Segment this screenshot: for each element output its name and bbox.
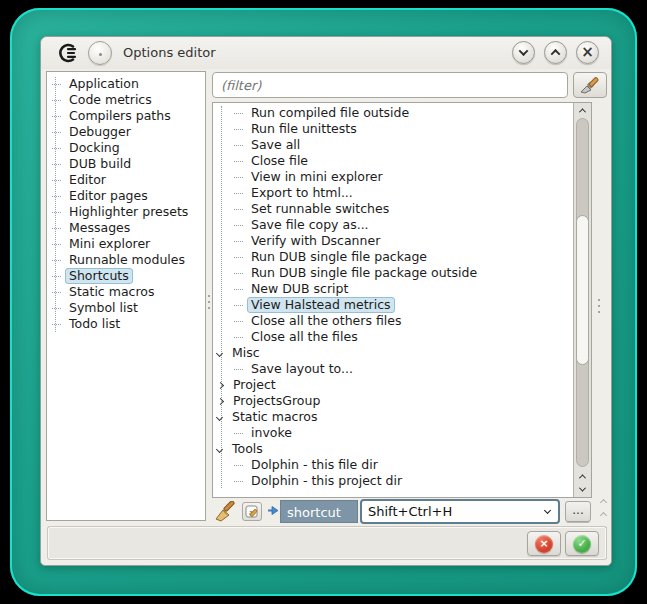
more-button[interactable]: ... [565, 501, 591, 522]
titlebar[interactable]: Options editor × [41, 37, 611, 69]
sidebar-item[interactable]: Application [47, 76, 205, 92]
tree-item[interactable]: Project [213, 377, 573, 393]
app-logo-icon [58, 43, 80, 63]
tree-line [234, 305, 243, 306]
expand-icon[interactable] [217, 397, 224, 404]
tree-line [234, 465, 243, 466]
tree-item[interactable]: View in mini explorer [213, 169, 573, 185]
scroll-down-button[interactable] [574, 482, 591, 496]
vertical-splitter[interactable] [207, 295, 211, 309]
sidebar-item[interactable]: Debugger [47, 124, 205, 140]
sidebar-item[interactable]: Editor [47, 172, 205, 188]
property-name-cell[interactable]: shortcut [280, 500, 358, 523]
tree-item-label: Set runnable switches [247, 201, 393, 217]
tree-line [234, 145, 243, 146]
close-icon: × [581, 45, 594, 60]
window-menu-button[interactable] [88, 41, 112, 65]
tree-item[interactable]: Dolphin - this file dir [213, 457, 573, 473]
tree-line [234, 129, 243, 130]
tree-item[interactable]: invoke [213, 425, 573, 441]
tree-line [52, 244, 61, 245]
tree-item[interactable]: Close file [213, 153, 573, 169]
ok-button[interactable]: ✓ [565, 531, 599, 556]
collapse-icon[interactable] [216, 445, 223, 452]
tree-item-label: Save all [247, 137, 304, 153]
tree-item[interactable]: Save file copy as... [213, 217, 573, 233]
sidebar-list: ApplicationCode metricsCompilers pathsDe… [47, 76, 205, 332]
tree-line [234, 113, 243, 114]
sidebar-item[interactable]: Messages [47, 220, 205, 236]
sidebar-item-label: Editor pages [65, 188, 152, 204]
sidebar-item[interactable]: Shortcuts [47, 268, 205, 284]
chevron-up-icon [551, 49, 561, 59]
tree-item[interactable]: Verify with Dscanner [213, 233, 573, 249]
right-splitter[interactable] [597, 299, 601, 313]
tree-item-label: invoke [247, 425, 296, 441]
tree-item[interactable]: Export to html... [213, 185, 573, 201]
scroll-up-button[interactable] [574, 103, 591, 117]
shortcut-value: Shift+Ctrl+H [368, 504, 452, 519]
tree-item-label: View Halstead metrics [247, 297, 395, 313]
edit-value-button[interactable]: a [242, 502, 262, 521]
sidebar-item-label: Docking [65, 140, 124, 156]
sidebar-item[interactable]: Compilers paths [47, 108, 205, 124]
tree-item[interactable]: Run file unittests [213, 121, 573, 137]
tree-item[interactable]: Run DUB single file package [213, 249, 573, 265]
tree-item[interactable]: Tools [213, 441, 573, 457]
tree-line [52, 212, 61, 213]
tree-item[interactable]: Set runnable switches [213, 201, 573, 217]
scroll-up-button-2[interactable] [574, 469, 591, 483]
chevron-down-icon [544, 507, 551, 514]
tree-rows: Run compiled file outsideRun file unitte… [213, 105, 573, 489]
tree-item[interactable]: Close all the files [213, 329, 573, 345]
tree-item[interactable]: Save layout to... [213, 361, 573, 377]
tree-item-label: Dolphin - this project dir [247, 473, 406, 489]
collapse-icon[interactable] [216, 413, 223, 420]
tree-line [52, 196, 61, 197]
sidebar-item[interactable]: Editor pages [47, 188, 205, 204]
broom-icon[interactable] [214, 501, 238, 522]
unshade-button[interactable] [544, 41, 567, 64]
tree-item[interactable]: Run compiled file outside [213, 105, 573, 121]
clear-filter-button[interactable] [573, 72, 607, 98]
sidebar-item[interactable]: Todo list [47, 316, 205, 332]
tree-item[interactable]: ProjectsGroup [213, 393, 573, 409]
tree-item[interactable]: View Halstead metrics [213, 297, 573, 313]
tree-item[interactable]: Misc [213, 345, 573, 361]
sidebar-item[interactable]: Symbol list [47, 300, 205, 316]
expand-icon[interactable] [217, 381, 224, 388]
tree-item[interactable]: New DUB script [213, 281, 573, 297]
sidebar-item-label: Editor [65, 172, 110, 188]
tree-item[interactable]: Save all [213, 137, 573, 153]
sidebar-item-label: Static macros [65, 284, 158, 300]
tree-item[interactable]: Dolphin - this project dir [213, 473, 573, 489]
filter-input[interactable] [212, 72, 568, 98]
tree-line [234, 209, 243, 210]
sidebar-item[interactable]: Static macros [47, 284, 205, 300]
shade-button[interactable] [512, 41, 535, 64]
tree-line [52, 148, 61, 149]
sidebar-item[interactable]: Highlighter presets [47, 204, 205, 220]
collapse-icon[interactable] [216, 349, 223, 356]
tree-line [234, 257, 243, 258]
sidebar-item[interactable]: Mini explorer [47, 236, 205, 252]
sidebar-item-label: Compilers paths [65, 108, 175, 124]
tree-item-label: Project [229, 377, 280, 393]
tree-item[interactable]: Run DUB single file package outside [213, 265, 573, 281]
tree-scrollbar[interactable] [573, 103, 591, 497]
scrollbar-thumb[interactable] [576, 215, 589, 365]
sidebar-item[interactable]: Docking [47, 140, 205, 156]
shortcut-combobox[interactable]: Shift+Ctrl+H [360, 499, 560, 524]
tree-line [52, 164, 61, 165]
tree-item[interactable]: Static macros [213, 409, 573, 425]
status-bar: × ✓ [48, 527, 606, 559]
tree-line [234, 177, 243, 178]
cancel-button[interactable]: × [527, 531, 561, 556]
category-list: ApplicationCode metricsCompilers pathsDe… [46, 71, 206, 521]
sidebar-item[interactable]: DUB build [47, 156, 205, 172]
chevron-up-icon [579, 474, 586, 481]
sidebar-item[interactable]: Code metrics [47, 92, 205, 108]
sidebar-item[interactable]: Runnable modules [47, 252, 205, 268]
close-button[interactable]: × [576, 41, 599, 64]
tree-item[interactable]: Close all the others files [213, 313, 573, 329]
